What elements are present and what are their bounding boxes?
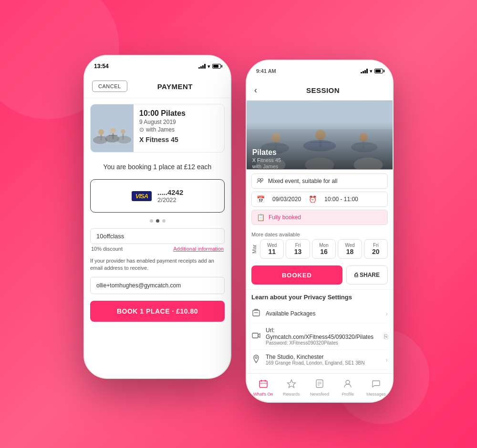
location-icon — [251, 355, 261, 365]
signal-icon-right — [361, 69, 368, 73]
packages-icon — [251, 308, 261, 319]
visa-logo: VISA — [132, 191, 152, 201]
location-arrow: › — [385, 356, 388, 364]
more-dates-label: More dates available — [247, 232, 393, 239]
phone-left: 13:54 ▾ CANCEL PAYMENT — [83, 55, 231, 379]
additional-info-link[interactable]: Additional information — [173, 246, 224, 252]
info-badges: Mixed event, suitable for all 📅 09/03/20… — [247, 170, 393, 232]
hero-svg: Pilates X Fitness 45 with James — [247, 101, 393, 170]
event-type-badge: Mixed event, suitable for all — [251, 173, 388, 189]
wifi-icon: ▾ — [207, 63, 210, 70]
nav-item-rewards[interactable]: Rewards — [277, 379, 305, 397]
day-name-1: Wed — [261, 243, 282, 248]
phones-container: 13:54 ▾ CANCEL PAYMENT — [83, 45, 394, 403]
battery-fill-right — [375, 70, 381, 72]
date-time-badge: 📅 09/03/2020 ⏰ 10:00 - 11:00 — [251, 192, 388, 207]
svg-point-35 — [255, 356, 257, 358]
status-time: 13:54 — [94, 63, 109, 70]
privacy-title: Learn about your Privacy Settings — [251, 294, 388, 301]
list-item-location[interactable]: The Studio, Kinchester 169 Grange Road, … — [251, 350, 388, 370]
pilates-svg — [91, 104, 134, 152]
svg-point-19 — [315, 130, 326, 140]
nav-item-newsfeed[interactable]: Newsfeed — [305, 379, 333, 397]
copy-icon[interactable]: ⎘ — [384, 333, 388, 340]
clipboard-icon: 📋 — [257, 214, 265, 221]
privacy-section: Learn about your Privacy Settings Availa… — [247, 289, 393, 374]
day-name-3: Mon — [313, 243, 334, 248]
svg-point-18 — [303, 140, 336, 152]
rewards-label: Rewards — [283, 392, 300, 397]
person-icon: ⊙ — [139, 126, 144, 133]
date-item-wed18[interactable]: Wed 18 — [338, 239, 362, 259]
promo-code-input[interactable]: 10offclass — [90, 228, 225, 244]
date-selector: Mar Wed 11 Fri 13 Mon 16 Wed 18 Fri 20 — [247, 239, 393, 264]
clock-icon: ⏰ — [309, 195, 317, 203]
svg-point-48 — [346, 380, 350, 384]
date-item-mon16[interactable]: Mon 16 — [312, 239, 336, 259]
svg-point-4 — [98, 129, 104, 135]
newsfeed-icon — [315, 379, 324, 391]
svg-point-6 — [121, 129, 125, 134]
session-page-title: SESSION — [261, 86, 385, 94]
status-bar-left: 13:54 ▾ — [84, 56, 230, 77]
svg-point-15 — [271, 133, 280, 143]
signal-bar-3 — [202, 65, 204, 69]
promo-discount: 10% discount — [91, 246, 123, 252]
status-bar-right: 9:41 AM ▾ — [247, 61, 393, 81]
messages-label: Messages — [366, 392, 386, 397]
packages-content: Available Packages — [266, 310, 381, 317]
card-number: .....4242 — [157, 188, 183, 196]
day-name-4: Wed — [339, 243, 360, 248]
rewards-icon — [287, 379, 296, 391]
url-password: Password: XFitness090320Pilates — [266, 340, 379, 346]
event-type-text: Mixed event, suitable for all — [268, 178, 337, 184]
whatson-icon — [259, 379, 268, 391]
svg-rect-39 — [259, 381, 267, 387]
list-item-packages[interactable]: Available Packages › — [251, 305, 388, 323]
calendar-icon: 📅 — [257, 195, 265, 203]
day-num-2: 13 — [287, 248, 308, 255]
session-time: 10:00 Pilates — [139, 109, 218, 118]
svg-point-31 — [261, 179, 263, 181]
signal-icon — [198, 64, 206, 69]
signal-bar-1 — [198, 67, 200, 69]
nav-item-profile[interactable]: Profile — [334, 379, 362, 397]
share-icon: ⎙ — [354, 272, 358, 278]
booking-info: You are booking 1 place at £12 each — [84, 158, 230, 175]
packages-title: Available Packages — [266, 310, 381, 317]
svg-text:Pilates: Pilates — [252, 148, 277, 156]
dot-3[interactable] — [162, 219, 166, 223]
nav-item-messages[interactable]: Messages — [362, 379, 390, 397]
battery-icon-right — [374, 69, 383, 73]
svg-rect-34 — [252, 333, 258, 338]
cancel-button[interactable]: CANCEL — [92, 81, 127, 92]
location-title: The Studio, Kinchester — [266, 354, 381, 360]
dot-1[interactable] — [150, 219, 153, 223]
payment-card[interactable]: VISA .....4242 2/2022 — [90, 179, 225, 213]
payment-title: PAYMENT — [127, 82, 223, 91]
nav-item-whatson[interactable]: What's On — [249, 379, 277, 397]
share-button[interactable]: ⎙ SHARE — [346, 265, 388, 285]
month-label: Mar — [251, 244, 257, 254]
day-name-5: Fri — [365, 243, 386, 248]
date-item-wed11[interactable]: Wed 11 — [260, 239, 284, 259]
date-item-fri13[interactable]: Fri 13 — [286, 239, 310, 259]
back-button[interactable]: ‹ — [254, 85, 257, 95]
svg-point-30 — [258, 179, 260, 181]
email-input[interactable]: ollie+tomhughes@gymcatch.com — [90, 277, 225, 294]
action-buttons: BOOKED ⎙ SHARE — [247, 264, 393, 289]
location-address: 169 Grange Road, London, England, SE1 3B… — [266, 360, 381, 366]
day-num-5: 20 — [365, 248, 386, 255]
svg-text:X Fitness 45: X Fitness 45 — [252, 157, 281, 163]
session-image-bg — [91, 104, 134, 152]
date-item-fri20[interactable]: Fri 20 — [364, 239, 388, 259]
booked-button[interactable]: BOOKED — [251, 265, 342, 285]
status-icons: ▾ — [198, 63, 221, 70]
profile-label: Profile — [342, 392, 354, 397]
signal-bar-4 — [204, 64, 206, 69]
receipt-text: If your provider has enabled payment rec… — [84, 255, 230, 274]
battery-fill — [213, 65, 218, 68]
svg-rect-32 — [253, 310, 259, 316]
book-button[interactable]: BOOK 1 PLACE · £10.80 — [90, 301, 225, 322]
dot-2-active[interactable] — [156, 219, 159, 223]
